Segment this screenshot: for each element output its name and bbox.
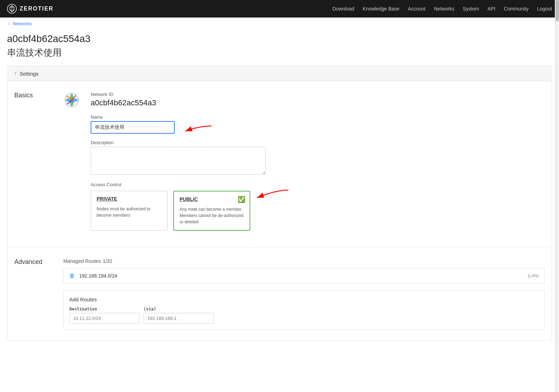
basics-row: Basics — [7, 81, 552, 248]
destination-input[interactable] — [69, 313, 139, 324]
nav-links: Download Knowledge Base Account Networks… — [333, 6, 552, 12]
nav-account[interactable]: Account — [408, 6, 426, 12]
public-card-desc: Any node can become a member. Members ca… — [180, 206, 244, 225]
nav-logout[interactable]: Logout — [537, 6, 552, 12]
managed-routes-count: 1/32 — [103, 258, 112, 264]
basics-content: Network ID a0cbf4b62ac554a3 Name — [63, 92, 545, 237]
nav-community[interactable]: Community — [504, 6, 529, 12]
table-row: 🗑 192.168.194.0/24 (LAN) — [64, 268, 544, 283]
red-arrow-public — [252, 187, 290, 205]
basics-form: Network ID a0cbf4b62ac554a3 Name — [91, 92, 545, 237]
globe-icon — [63, 92, 80, 108]
route-destination: 192.168.194.0/24 — [79, 273, 524, 279]
add-routes-fields: Destination (via) — [69, 307, 539, 324]
description-label: Description — [91, 140, 545, 145]
private-card[interactable]: PRIVATE Nodes must be authorized to beco… — [91, 191, 168, 231]
advanced-label: Advanced — [14, 258, 49, 330]
logo-text: ZEROTIER — [20, 6, 54, 12]
access-control-group: Access Control PRIVATE Nodes must be aut… — [91, 182, 545, 231]
network-id-display: a0cbf4b62ac554a3 — [91, 98, 545, 107]
via-label: (via) — [144, 307, 214, 312]
public-card-title: PUBLIC — [180, 196, 244, 202]
add-routes-title: Add Routes — [69, 296, 539, 302]
scrollbar[interactable] — [555, 0, 559, 341]
via-field: (via) — [144, 307, 214, 324]
via-input[interactable] — [144, 313, 214, 324]
nav-api[interactable]: API — [488, 6, 496, 12]
network-logo — [63, 92, 80, 237]
basics-label: Basics — [14, 92, 49, 237]
nav-networks[interactable]: Networks — [434, 6, 454, 12]
name-field-group: Name — [91, 114, 545, 134]
nav-download[interactable]: Download — [333, 6, 354, 12]
access-control-cards: PRIVATE Nodes must be authorized to beco… — [91, 191, 545, 231]
private-card-title: PRIVATE — [97, 196, 162, 202]
destination-field: Destination — [69, 307, 139, 324]
page-network-id: a0cbf4b62ac554a3 — [7, 33, 552, 44]
settings-section-header[interactable]: ↑ Settings — [7, 66, 552, 81]
logo[interactable]: ZEROTIER — [7, 4, 54, 14]
public-card-check-icon: ✅ — [238, 196, 245, 203]
managed-routes-header: Managed Routes 1/32 — [63, 258, 545, 264]
delete-route-icon[interactable]: 🗑 — [69, 273, 75, 279]
page-network-name: 串流技术使用 — [7, 47, 552, 59]
nav-system[interactable]: System — [463, 6, 479, 12]
page-header: a0cbf4b62ac554a3 串流技术使用 — [0, 30, 559, 66]
nav-knowledge-base[interactable]: Knowledge Base — [363, 6, 399, 12]
settings-arrow-icon: ↑ — [14, 70, 17, 77]
managed-routes-label: Managed Routes — [63, 258, 101, 264]
breadcrumb[interactable]: Networks — [0, 18, 559, 30]
scrollbar-thumb[interactable] — [555, 0, 559, 21]
route-tag: (LAN) — [528, 273, 539, 278]
red-arrow-name — [182, 124, 213, 138]
network-id-label: Network ID — [91, 92, 545, 97]
description-input[interactable] — [91, 147, 266, 175]
network-id-group: Network ID a0cbf4b62ac554a3 — [91, 92, 545, 107]
advanced-content: Managed Routes 1/32 🗑 192.168.194.0/24 (… — [63, 258, 545, 330]
description-field-group: Description — [91, 140, 545, 176]
navigation: ZEROTIER Download Knowledge Base Account… — [0, 0, 559, 18]
settings-label: Settings — [20, 71, 39, 77]
name-label: Name — [91, 114, 545, 120]
content-wrapper: ↑ Settings Basics — [0, 66, 559, 341]
add-routes-section: Add Routes Destination (via) — [63, 290, 545, 330]
private-card-desc: Nodes must be authorized to become membe… — [97, 206, 162, 218]
public-card[interactable]: PUBLIC ✅ Any node can become a member. M… — [173, 191, 250, 231]
routes-table: 🗑 192.168.194.0/24 (LAN) — [63, 268, 545, 284]
advanced-row: Advanced Managed Routes 1/32 🗑 192.168.1… — [7, 248, 552, 340]
access-control-label: Access Control — [91, 182, 545, 187]
settings-panel: Basics — [7, 81, 552, 341]
destination-label: Destination — [69, 307, 139, 312]
name-input[interactable] — [91, 121, 175, 134]
zerotier-logo-icon — [7, 4, 17, 14]
